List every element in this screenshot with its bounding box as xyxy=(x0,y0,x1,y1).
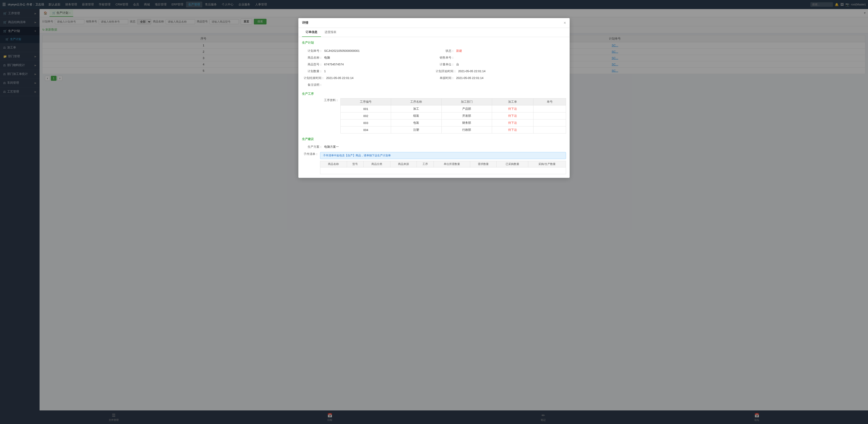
sales-num-form-label: 销售单号： xyxy=(436,56,456,60)
process-dept-1: 产品部 xyxy=(441,106,492,112)
form-row-plan-end: 计划结束时间： 2021-05-05 22:01:14 xyxy=(302,75,434,81)
col-process-num: 单号 xyxy=(533,98,566,106)
process-num-4 xyxy=(533,126,566,134)
material-table-wrap: 工序资料： 工序编号 工序名称 加工部门 加工单 单号 xyxy=(302,98,566,134)
section-title-suggestion: 生产建议 xyxy=(302,137,566,141)
modal-title: 详情 xyxy=(302,21,308,25)
col-process-dept: 加工部门 xyxy=(441,98,492,106)
process-code-4: 004 xyxy=(341,126,391,134)
form-row-plan-num: 计划单号： SCJH20210505000000001 xyxy=(302,48,434,54)
production-suggestion-section: 生产建议 生产方案： 电脑方案一 子件清单： 子件清单中如包含【自产】商品，请单… xyxy=(302,137,566,174)
voucher-time-form-label: 单据时间： xyxy=(436,76,456,80)
col-goods-model: 型号 xyxy=(347,161,364,167)
process-status-1: 待下达 xyxy=(492,106,533,112)
col-process-machining: 加工单 xyxy=(492,98,533,106)
plan-qty-value: 1 xyxy=(324,69,326,73)
material-label: 工序资料： xyxy=(322,98,340,102)
child-list-content: 子件清单中如包含【自产】商品，请单独下达生产计划单 商品名称 型号 商品分类 商… xyxy=(320,152,566,174)
table-row: 001 加工 产品部 待下达 xyxy=(341,106,566,112)
goods-name-form-label: 商品名称： xyxy=(304,56,324,60)
modal-header: 详情 × xyxy=(298,18,569,28)
process-code-1: 001 xyxy=(341,106,391,112)
col-goods-category: 商品分类 xyxy=(364,161,390,167)
child-table-empty-row xyxy=(320,167,566,174)
production-process-section: 生产工序 工序资料： 工序编号 工序名称 加工部门 xyxy=(302,92,566,134)
process-num-2 xyxy=(533,112,566,119)
table-row: 003 包装 财务部 待下达 xyxy=(341,119,566,126)
child-list-label: 子件清单： xyxy=(302,152,320,156)
process-num-3 xyxy=(533,119,566,126)
form-row-unit: 计量单位： 台 xyxy=(434,61,566,68)
col-goods-source: 商品来源 xyxy=(390,161,417,167)
plan-num-form-label: 计划单号： xyxy=(304,49,324,53)
section-title-production-plan: 生产计划 xyxy=(302,41,566,45)
goods-type-form-label: 商品型号： xyxy=(304,62,324,66)
col-purchase-production-qty: 采购/生产数量 xyxy=(528,161,566,167)
section-title-process: 生产工序 xyxy=(302,92,566,96)
unit-form-label: 计量单位： xyxy=(436,62,456,66)
col-demand-qty: 需求数量 xyxy=(470,161,497,167)
col-goods-name: 商品名称 xyxy=(320,161,347,167)
process-name-4: 注塑 xyxy=(391,126,441,134)
process-status-4: 待下达 xyxy=(492,126,533,134)
form-row-plan-qty: 计划数量： 1 xyxy=(302,68,434,75)
process-status-2: 待下达 xyxy=(492,112,533,119)
form-row-sales-num: 销售单号： xyxy=(434,54,566,61)
plan-scheme-label: 生产方案： xyxy=(304,145,324,149)
process-name-3: 包装 xyxy=(391,119,441,126)
process-name-1: 加工 xyxy=(391,106,441,112)
modal-tabs: 订单信息 进度报表 xyxy=(298,28,569,37)
process-dept-3: 财务部 xyxy=(441,119,492,126)
col-process: 工序 xyxy=(417,161,434,167)
process-table: 工序编号 工序名称 加工部门 加工单 单号 001 xyxy=(340,98,566,134)
form-row-remark-right xyxy=(434,81,566,88)
process-table-container: 工序编号 工序名称 加工部门 加工单 单号 001 xyxy=(340,98,566,134)
goods-name-value: 电脑 xyxy=(324,56,330,60)
form-row-status: 状态： 新建 xyxy=(434,48,566,54)
plan-num-value: SCJH20210505000000001 xyxy=(324,49,360,53)
plan-scheme-value: 电脑方案一 xyxy=(324,145,339,149)
process-dept-2: 开发部 xyxy=(441,112,492,119)
voucher-time-value: 2021-05-05 22:01:14 xyxy=(456,76,484,80)
form-row-plan-scheme: 生产方案： 电脑方案一 xyxy=(302,143,566,150)
form-row-voucher-time: 单据时间： 2021-05-05 22:01:14 xyxy=(434,75,566,81)
col-process-name: 工序名称 xyxy=(391,98,441,106)
plan-start-form-label: 计划开始时间： xyxy=(436,69,458,73)
status-form-label: 状态： xyxy=(436,49,456,53)
form-row-goods-type: 商品型号： 674754574574 xyxy=(302,61,434,68)
plan-end-form-label: 计划结束时间： xyxy=(304,76,326,80)
col-unit-qty: 单位所需数量 xyxy=(434,161,470,167)
production-plan-form: 计划单号： SCJH20210505000000001 状态： 新建 商品名称：… xyxy=(302,48,566,88)
process-num-1 xyxy=(533,106,566,112)
process-material-row: 工序资料： 工序编号 工序名称 加工部门 加工单 单号 xyxy=(322,98,566,134)
plan-start-value: 2021-05-05 22:01:14 xyxy=(458,69,486,73)
remark-form-label: 备注说明： xyxy=(304,83,324,87)
table-row: 004 注塑 行政部 待下达 xyxy=(341,126,566,134)
plan-end-value: 2021-05-05 22:01:14 xyxy=(326,76,353,80)
goods-type-value: 674754574574 xyxy=(324,63,344,66)
modal-close-button[interactable]: × xyxy=(563,21,566,25)
modal-body: 生产计划 计划单号： SCJH20210505000000001 状态： 新建 … xyxy=(298,37,569,178)
modal-overlay: 详情 × 订单信息 进度报表 生产计划 计划单号： SCJH2021050500… xyxy=(0,0,868,424)
process-name-2: 组装 xyxy=(391,112,441,119)
child-list-row: 子件清单： 子件清单中如包含【自产】商品，请单独下达生产计划单 商品名称 型号 … xyxy=(302,152,566,174)
unit-value: 台 xyxy=(456,62,459,66)
modal-tab-order-info[interactable]: 订单信息 xyxy=(302,28,321,37)
child-list-notice: 子件清单中如包含【自产】商品，请单独下达生产计划单 xyxy=(320,152,566,159)
col-process-code: 工序编号 xyxy=(341,98,391,106)
plan-qty-form-label: 计划数量： xyxy=(304,69,324,73)
detail-modal: 详情 × 订单信息 进度报表 生产计划 计划单号： SCJH2021050500… xyxy=(298,18,569,178)
col-purchased-qty: 已采购数量 xyxy=(497,161,528,167)
form-row-plan-start: 计划开始时间： 2021-05-05 22:01:14 xyxy=(434,68,566,75)
form-row-goods-name: 商品名称： 电脑 xyxy=(302,54,434,61)
child-table: 商品名称 型号 商品分类 商品来源 工序 单位所需数量 需求数量 已采购数量 采… xyxy=(320,161,566,174)
process-code-2: 002 xyxy=(341,112,391,119)
form-row-remark: 备注说明： xyxy=(302,81,434,88)
status-value[interactable]: 新建 xyxy=(456,49,462,53)
modal-tab-progress-report[interactable]: 进度报表 xyxy=(321,28,340,37)
process-dept-4: 行政部 xyxy=(441,126,492,134)
table-row: 002 组装 开发部 待下达 xyxy=(341,112,566,119)
process-status-3: 待下达 xyxy=(492,119,533,126)
process-code-3: 003 xyxy=(341,119,391,126)
